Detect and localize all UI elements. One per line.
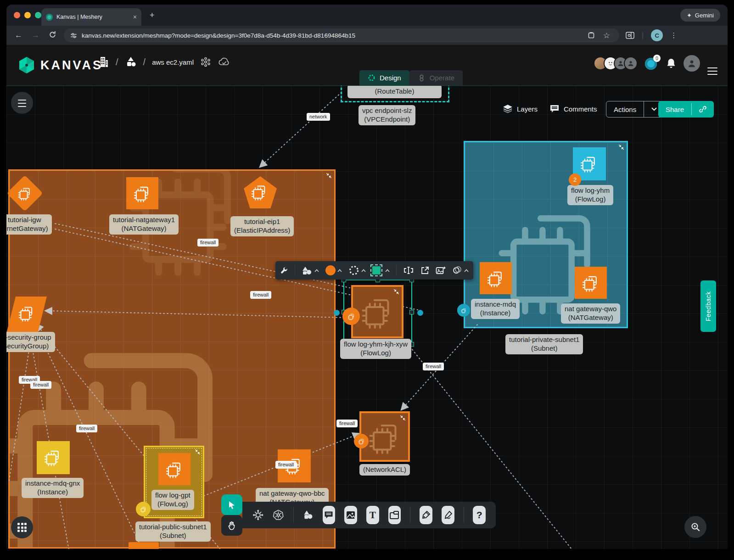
node-label-network-acl[interactable]: (NetworkACL) [359, 464, 410, 476]
node-badge-icon[interactable] [342, 308, 360, 325]
bookmark-star-icon[interactable]: ☆ [603, 32, 610, 39]
node-label-tutorial-eip1[interactable]: tutorial-eip1(ElasticIPAddress) [230, 216, 294, 236]
user-avatar[interactable] [684, 55, 700, 72]
site-controls-icon[interactable] [70, 32, 77, 39]
collapse-icon[interactable] [400, 415, 406, 421]
pen-tool-button[interactable] [420, 506, 432, 524]
shapes-menu-button[interactable] [302, 266, 319, 275]
browser-menu-icon[interactable]: ⋮ [670, 31, 677, 39]
node-tutorial-natgateway1[interactable] [126, 177, 158, 209]
help-tool-button[interactable]: ? [473, 506, 486, 524]
new-tab-button[interactable]: + [150, 11, 155, 19]
connection-port[interactable] [457, 304, 470, 317]
comment-tool-button[interactable] [323, 506, 336, 524]
node-nat-gateway-qwo[interactable] [575, 267, 607, 299]
forward-button[interactable]: → [32, 31, 39, 40]
node-label-tutorial-public-subnet1[interactable]: tutorial-public-subnet1(Subnet) [135, 521, 211, 542]
select-tool-button[interactable] [221, 494, 242, 515]
zoom-search-button[interactable] [684, 516, 706, 538]
tab-design[interactable]: Design [359, 70, 409, 85]
design-file-name[interactable]: aws ec2.yaml [152, 58, 194, 66]
pan-tool-button[interactable] [221, 515, 242, 536]
image-tool-button[interactable] [344, 506, 357, 524]
node-label-flow-log-yhm[interactable]: flow log-yhm(FlowLog) [567, 185, 613, 205]
note-tool-button[interactable] [388, 506, 401, 524]
shapes-tool-icon[interactable] [303, 509, 314, 521]
organization-icon[interactable] [98, 56, 109, 68]
node-partial-bottom[interactable] [129, 542, 159, 549]
apps-grid-button[interactable] [11, 516, 33, 538]
freehand-tool-button[interactable] [442, 506, 454, 524]
share-label[interactable]: Share [658, 101, 691, 118]
logo-text: KANVAS [40, 58, 103, 73]
fill-color-button[interactable] [325, 265, 342, 275]
address-bar[interactable]: kanvas.new/extension/meshmap?mode=design… [64, 28, 619, 42]
shape-color-button[interactable] [372, 266, 390, 274]
browser-tab[interactable]: Kanvas | Meshery × [41, 8, 141, 26]
reload-button[interactable] [49, 31, 56, 39]
collapse-icon[interactable] [195, 449, 201, 455]
comments-button[interactable]: Comments [549, 104, 597, 113]
actions-button[interactable]: Actions [606, 101, 665, 118]
tools-wrench-icon[interactable] [280, 266, 288, 274]
side-panel-icon[interactable] [626, 32, 634, 39]
credits-badge[interactable]: 0 [645, 56, 659, 70]
node-instance-mdq[interactable] [480, 262, 512, 294]
node-flow-log-yhm-kjh-xyw[interactable] [351, 285, 403, 338]
node-label-security-group[interactable]: al-security-groupSecurityGroup) [6, 332, 55, 352]
node-label-tutorial-private-subnet1[interactable]: tutorial-private-subnet1(Subnet) [505, 334, 583, 354]
back-button[interactable]: ← [15, 31, 22, 40]
kanvas-logo[interactable]: KANVAS [17, 56, 103, 74]
node-label-vpc-endpoint[interactable]: vpc endpoint-slz(VPCEndpoint) [359, 105, 415, 125]
components-tool-icon[interactable] [252, 508, 263, 522]
node-label-nat-gateway-qwo[interactable]: nat gateway-qwo(NATGateway) [561, 303, 620, 324]
tab-close-icon[interactable]: × [133, 13, 137, 21]
workspace-shapes-icon[interactable] [125, 56, 137, 68]
tab-operate[interactable]: Operate [409, 70, 463, 85]
rename-icon[interactable] [403, 266, 414, 274]
add-image-icon[interactable] [436, 266, 446, 275]
layer-shade-button[interactable] [452, 266, 469, 275]
gemini-button[interactable]: ✦ Gemini [680, 9, 720, 22]
save-icon[interactable] [588, 32, 595, 39]
edge-label-firewall: firewall [76, 425, 97, 432]
node-instance-mdq-gnx[interactable] [37, 441, 70, 474]
browser-profile-avatar[interactable]: C [651, 29, 663, 41]
node-label-tutorial-natgateway1[interactable]: tutorial-natgateway1(NATGateway) [109, 214, 179, 235]
collapse-icon[interactable] [393, 289, 399, 295]
border-style-button[interactable] [348, 265, 366, 276]
text-tool-button[interactable]: T [366, 506, 379, 524]
open-in-new-icon[interactable] [420, 266, 429, 275]
node-label-instance-mdq-gnx[interactable]: instance-mdq-gnx(Instance) [22, 478, 84, 498]
cloud-sync-icon[interactable] [218, 57, 230, 67]
group-badge-icon[interactable] [136, 502, 151, 516]
node-label-instance-mdq[interactable]: instance-mdq(Instance) [471, 299, 520, 319]
share-link-icon[interactable] [692, 101, 714, 118]
notifications-bell-icon[interactable] [666, 58, 676, 69]
connection-dot[interactable] [417, 310, 423, 316]
actions-label[interactable]: Actions [606, 101, 644, 117]
minimize-window-button[interactable] [24, 12, 31, 18]
zoom-window-button[interactable] [35, 12, 41, 18]
feedback-tab[interactable]: Feedback [700, 280, 716, 332]
collapse-icon[interactable] [326, 173, 332, 179]
share-button[interactable]: Share [658, 101, 714, 118]
design-canvas[interactable]: (RouteTable) vpc endpoint-slz(VPCEndpoin… [6, 85, 728, 549]
close-window-button[interactable] [14, 12, 20, 18]
command-flower-icon[interactable] [200, 56, 211, 67]
app-menu-icon[interactable] [707, 67, 717, 69]
collapse-icon[interactable] [618, 144, 624, 150]
collaborator-avatars[interactable] [594, 56, 638, 70]
node-label-route-table[interactable]: (RouteTable) [347, 85, 442, 98]
connection-dot[interactable] [334, 310, 340, 316]
context-toolbar [275, 261, 473, 280]
kubernetes-tool-icon[interactable] [273, 508, 284, 522]
canvas-menu-button[interactable] [11, 92, 33, 114]
node-badge-icon[interactable] [354, 434, 369, 448]
node-label-tutorial-igw[interactable]: tutorial-igwternetGateway) [6, 214, 52, 235]
node-label-flow-log-gpt[interactable]: flow log-gpt(FlowLog) [151, 490, 194, 510]
layers-button[interactable]: Layers [503, 104, 538, 113]
node-flow-log-gpt[interactable] [158, 453, 191, 485]
collaborator-avatar[interactable] [624, 56, 638, 70]
node-label-flow-log-yhm-kjh-xyw[interactable]: flow log-yhm-kjh-xyw(FlowLog) [340, 339, 411, 359]
